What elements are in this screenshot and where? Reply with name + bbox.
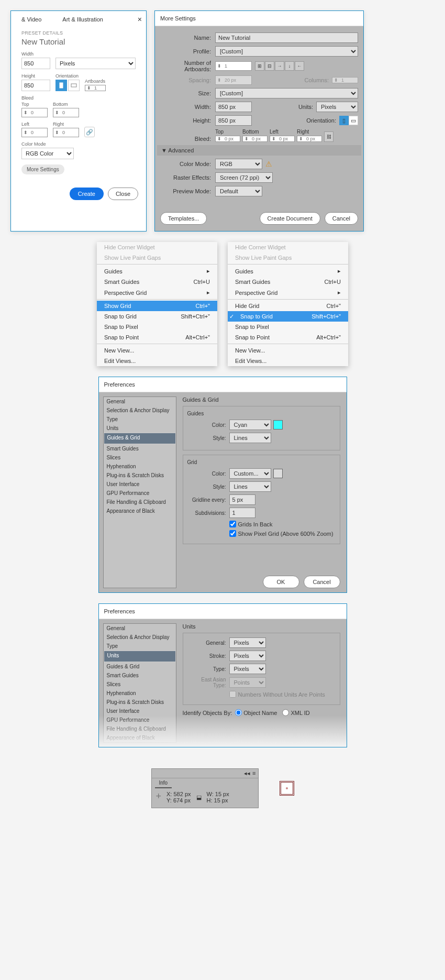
ms-bleed-left[interactable]: ⬍0 px <box>270 136 295 142</box>
prefs-cat[interactable]: GPU Performance <box>104 489 176 498</box>
menu-perspective[interactable]: Perspective Grid▸ <box>97 287 217 298</box>
cancel-button[interactable]: Cancel <box>304 576 340 588</box>
doc-title[interactable]: New Tutorial <box>21 37 136 46</box>
menu-snap-point[interactable]: Snap to PointAlt+Ctrl+" <box>228 332 348 343</box>
grid-style[interactable]: Lines <box>229 481 271 492</box>
prefs-cat[interactable]: General <box>104 397 176 406</box>
grid-layout-icon[interactable]: → <box>275 61 284 71</box>
more-settings-button[interactable]: More Settings <box>21 164 64 174</box>
menu-icon[interactable]: ≡ <box>252 770 255 777</box>
landscape-icon[interactable]: ▭ <box>349 116 358 125</box>
prefs-cat[interactable]: Slices <box>104 680 176 689</box>
shape-tool-icon[interactable] <box>280 781 294 796</box>
prefs-cat[interactable]: Guides & Grid <box>104 662 176 671</box>
menu-snap-grid[interactable]: ✓Snap to GridShift+Ctrl+" <box>228 311 348 322</box>
grid-layout-icon[interactable]: ⊞ <box>255 61 264 71</box>
guides-color[interactable]: Cyan <box>229 420 271 430</box>
prefs-cat[interactable]: Hyphenation <box>104 689 176 698</box>
prefs-cat[interactable]: Type <box>104 415 176 424</box>
bleed-bottom[interactable]: ⬍0 <box>53 108 79 117</box>
prefs-cat[interactable]: Appearance of Black <box>104 506 176 515</box>
menu-perspective[interactable]: Perspective Grid▸ <box>228 287 348 298</box>
ms-units[interactable]: Pixels <box>316 102 358 112</box>
advanced-toggle[interactable]: ▼ Advanced <box>157 145 361 156</box>
subdivisions[interactable] <box>229 508 255 518</box>
prefs-cat[interactable]: General <box>104 624 176 633</box>
units-general[interactable]: Pixels <box>229 637 266 648</box>
color-swatch[interactable] <box>273 469 283 478</box>
menu-smart-guides[interactable]: Smart GuidesCtrl+U <box>228 277 348 287</box>
gridline-every[interactable] <box>229 494 255 505</box>
prefs-cat[interactable]: Selection & Anchor Display <box>104 633 176 642</box>
color-mode-select[interactable]: RGB Color <box>21 148 74 159</box>
profile-select[interactable]: [Custom] <box>215 46 358 57</box>
show-pixel-grid[interactable] <box>229 530 236 537</box>
menu-show-grid[interactable]: Show GridCtrl+" <box>97 301 217 311</box>
size-select[interactable]: [Custom] <box>215 88 358 98</box>
preview-select[interactable]: Default <box>215 186 262 196</box>
menu-snap-point[interactable]: Snap to PointAlt+Ctrl+" <box>97 332 217 343</box>
artboards-count[interactable]: ⬍1 <box>215 61 252 71</box>
menu-snap-pixel[interactable]: Snap to Pixel <box>228 322 348 332</box>
ms-bleed-right[interactable]: ⬍0 px <box>297 136 322 142</box>
prefs-cat[interactable]: Slices <box>104 453 176 462</box>
prefs-cat[interactable]: Plug-ins & Scratch Disks <box>104 471 176 480</box>
menu-smart-guides[interactable]: Smart GuidesCtrl+U <box>97 277 217 287</box>
link-icon[interactable]: ⛓ <box>324 131 333 142</box>
ok-button[interactable]: OK <box>263 576 299 588</box>
prefs-cat[interactable]: Plug-ins & Scratch Disks <box>104 698 176 707</box>
ms-height[interactable] <box>215 115 252 126</box>
raster-select[interactable]: Screen (72 ppi) <box>215 172 273 183</box>
templates-button[interactable]: Templates... <box>160 212 207 225</box>
width-input[interactable] <box>21 58 50 69</box>
guides-style[interactable]: Lines <box>229 433 271 443</box>
ms-bleed-bottom[interactable]: ⬍0 px <box>242 136 268 142</box>
close-button[interactable]: Close <box>108 188 138 200</box>
grid-layout-icon[interactable]: ↓ <box>285 61 294 71</box>
ms-width[interactable] <box>215 102 252 112</box>
collapse-icon[interactable]: ◂◂ <box>244 770 250 777</box>
menu-new-view[interactable]: New View... <box>228 345 348 356</box>
prefs-cat[interactable]: File Handling & Clipboard <box>104 498 176 506</box>
prefs-cat[interactable]: Hyphenation <box>104 462 176 471</box>
info-tab[interactable]: Info <box>155 778 172 788</box>
grids-in-back[interactable] <box>229 521 236 527</box>
grid-layout-icon[interactable]: ⊟ <box>265 61 274 71</box>
prefs-cat[interactable]: User Interface <box>104 480 176 489</box>
menu-snap-grid[interactable]: Snap to GridShift+Ctrl+" <box>97 311 217 322</box>
units-stroke[interactable]: Pixels <box>229 651 266 661</box>
height-input[interactable] <box>21 80 50 91</box>
prefs-cat[interactable]: Units <box>104 424 176 433</box>
prefs-cat[interactable]: Smart Guides <box>104 444 176 453</box>
menu-edit-views[interactable]: Edit Views... <box>97 356 217 366</box>
bleed-top[interactable]: ⬍0 <box>21 108 48 117</box>
cancel-button[interactable]: Cancel <box>325 212 358 225</box>
units-select[interactable]: Pixels <box>55 58 136 69</box>
prefs-cat[interactable]: Guides & Grid <box>104 433 176 444</box>
menu-guides[interactable]: Guides▸ <box>97 266 217 277</box>
tab-art[interactable]: Art & Illustration <box>62 16 103 23</box>
prefs-cat[interactable]: Selection & Anchor Display <box>104 406 176 415</box>
link-icon[interactable]: 🔗 <box>84 127 95 137</box>
menu-snap-pixel[interactable]: Snap to Pixel <box>97 322 217 332</box>
landscape-icon[interactable] <box>68 80 80 91</box>
tab-video[interactable]: & Video <box>21 16 41 23</box>
ms-colormode[interactable]: RGB <box>215 159 262 169</box>
ms-bleed-top[interactable]: ⬍0 px <box>215 136 240 142</box>
create-button[interactable]: Create <box>70 188 104 200</box>
artboards-stepper[interactable]: ⬍1 <box>85 85 106 91</box>
prefs-cat[interactable]: Type <box>104 642 176 651</box>
prefs-cat[interactable]: User Interface <box>104 707 176 715</box>
menu-new-view[interactable]: New View... <box>97 345 217 356</box>
color-swatch[interactable] <box>273 420 283 430</box>
grid-layout-icon[interactable]: ← <box>295 61 304 71</box>
portrait-icon[interactable]: ▯ <box>339 116 349 125</box>
close-icon[interactable]: × <box>138 15 142 24</box>
prefs-cat[interactable]: Units <box>104 651 176 662</box>
bleed-right[interactable]: ⬍0 <box>53 128 79 137</box>
menu-guides[interactable]: Guides▸ <box>228 266 348 277</box>
menu-hide-grid[interactable]: Hide GridCtrl+" <box>228 301 348 311</box>
units-type[interactable]: Pixels <box>229 664 266 674</box>
menu-edit-views[interactable]: Edit Views... <box>228 356 348 366</box>
create-document-button[interactable]: Create Document <box>260 212 320 225</box>
